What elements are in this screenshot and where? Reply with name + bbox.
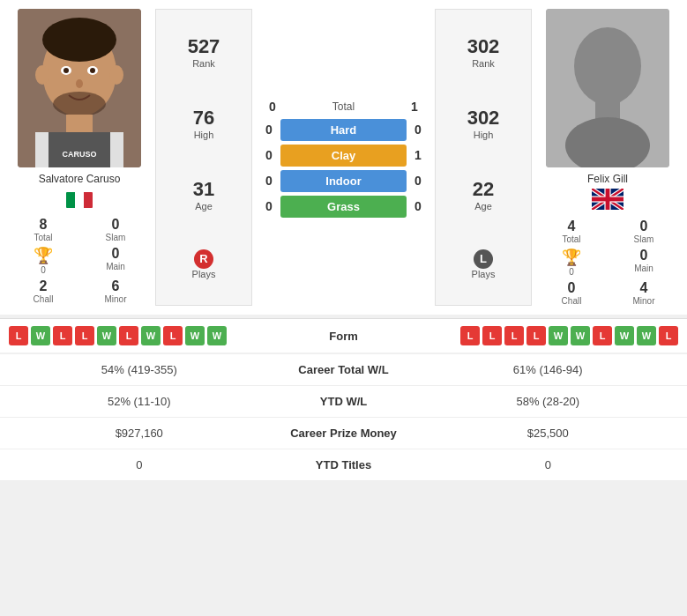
right-age-val: 22 [473,178,494,201]
clay-row: 0 Clay 1 [261,145,426,167]
left-player-flag [66,189,93,212]
left-chall-cell: 2 Chall [9,278,78,304]
grass-button[interactable]: Grass [280,196,407,218]
left-main-val: 0 [112,246,120,262]
left-plays-badge: R [194,249,213,269]
right-minor-cell: 4 Minor [609,280,678,306]
form-badge-l: L [163,326,183,345]
svg-point-5 [63,68,69,73]
left-minor-lbl: Minor [104,294,126,304]
left-mast-cell: 🏆 0 [9,246,78,275]
svg-rect-27 [592,197,624,202]
left-age: 31 Age [193,178,214,212]
right-stats-panel: 302 Rank 302 High 22 Age L Plays [435,9,532,306]
left-high: 76 High [193,107,214,140]
indoor-button[interactable]: Indoor [280,170,407,192]
stats-row: 54% (419-355)Career Total W/L61% (146-94… [0,354,687,386]
right-high: 302 High [467,107,500,140]
right-minor-lbl: Minor [632,296,654,306]
left-player-grid: 8 Total 0 Slam 🏆 0 0 Main 2 Chall [9,217,150,304]
svg-point-16 [574,27,641,105]
right-rank: 302 Rank [467,35,500,69]
form-badge-l: L [53,326,72,345]
left-rank: 527 Rank [188,35,220,69]
left-total-cell: 8 Total [9,217,78,242]
form-badge-l: L [593,326,612,345]
left-chall-val: 2 [40,278,48,294]
form-label: Form [317,330,370,343]
right-high-val: 302 [467,107,500,130]
hard-score-right: 0 [410,122,426,137]
form-badge-w: W [615,326,634,345]
left-form-badges: LWLLWLWLWW [9,326,310,345]
form-badge-w: W [549,326,568,345]
right-chall-val: 0 [568,280,576,296]
right-main-lbl: Main [634,263,653,273]
hard-button[interactable]: Hard [280,119,407,141]
right-player-grid: 4 Total 0 Slam 🏆 0 0 Main 0 Chall [537,219,678,306]
right-player-name: Felix Gill [587,173,628,185]
form-badge-l: L [504,326,524,345]
right-mast-val: 0 [569,267,574,277]
form-badge-l: L [659,326,678,345]
right-slam-val: 0 [640,219,648,234]
right-player-card: Felix Gill 4 Total [537,9,678,306]
right-plays-lbl: Plays [472,269,496,279]
right-total-cell: 4 Total [537,219,606,244]
form-badge-l: L [9,326,28,345]
clay-score-right: 1 [410,148,426,162]
main-container: CARUSO Salvatore Caruso 8 Total 0 Slam [0,0,687,481]
left-high-lbl: High [193,130,214,140]
stats-row-center-2: Career Prize Money [265,427,423,440]
stats-row-center-1: YTD W/L [265,395,423,408]
left-slam-lbl: Slam [106,233,126,242]
right-player-photo [546,9,669,167]
left-plays-lbl: Plays [192,269,216,279]
middle-section: 0 Total 1 0 Hard 0 0 Clay 1 0 Indoor 0 [258,9,429,306]
right-slam-cell: 0 Slam [609,219,678,244]
left-total-lbl: Total [34,233,52,242]
right-slam-lbl: Slam [634,234,654,244]
right-total-val: 4 [568,219,576,234]
stats-row-left-2: $927,160 [14,427,265,440]
total-score-right: 1 [407,100,422,114]
right-minor-val: 4 [640,280,648,296]
stats-row: $927,160Career Prize Money$25,500 [0,418,687,449]
right-rank-lbl: Rank [467,58,500,69]
top-section: CARUSO Salvatore Caruso 8 Total 0 Slam [0,0,687,315]
right-plays: L Plays [472,249,496,279]
left-minor-val: 6 [112,278,120,294]
clay-score-left: 0 [261,148,277,162]
form-badge-l: L [460,326,480,345]
right-main-val: 0 [640,248,648,263]
right-main-cell: 0 Main [609,248,678,277]
left-player-card: CARUSO Salvatore Caruso 8 Total 0 Slam [9,9,150,306]
right-age-lbl: Age [473,201,494,212]
right-chall-cell: 0 Chall [537,280,606,306]
left-age-val: 31 [193,178,214,201]
form-badge-l: L [482,326,502,345]
right-player-flag [592,189,624,213]
left-rank-val: 527 [188,35,220,58]
left-slam-cell: 0 Slam [81,217,150,242]
stats-row-center-3: YTD Titles [265,458,423,471]
total-score-left: 0 [265,100,280,114]
form-badge-w: W [571,326,590,345]
form-section: LWLLWLWLWW Form LLLLWWLWWL [0,318,687,353]
indoor-row: 0 Indoor 0 [261,170,426,192]
stats-row-right-3: 0 [423,458,674,471]
total-row: 0 Total 1 [261,98,426,115]
form-badge-l: L [526,326,546,345]
left-main-lbl: Main [106,262,125,271]
stats-row-left-0: 54% (419-355) [14,363,265,376]
svg-point-7 [76,79,83,88]
left-main-cell: 0 Main [81,246,150,275]
clay-button[interactable]: Clay [280,145,407,167]
stats-row-right-1: 58% (28-20) [423,395,674,408]
left-player-name: Salvatore Caruso [39,173,121,185]
left-age-lbl: Age [193,201,214,212]
form-badge-w: W [97,326,116,345]
left-high-val: 76 [193,107,214,130]
hard-score-left: 0 [261,122,277,137]
right-mast-cell: 🏆 0 [537,248,606,277]
